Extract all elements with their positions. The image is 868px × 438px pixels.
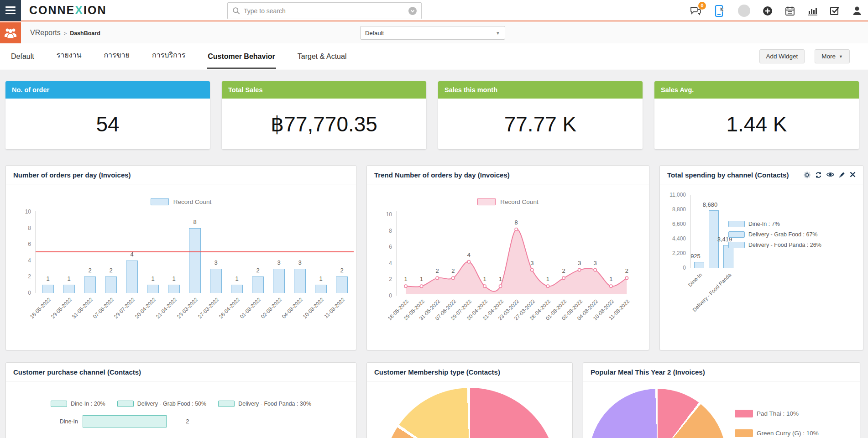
widget-membership-pie: Customer Membership type (Contacts) [366,362,573,438]
bar-record-count[interactable] [252,276,264,293]
bar-record-count[interactable] [42,285,54,293]
breadcrumb-app[interactable]: VReports [30,29,61,37]
bar-spending[interactable] [723,245,733,268]
search-scope-icon[interactable] [408,7,417,15]
breadcrumb-separator: > [64,31,67,36]
y-axis-tick: 0 [665,265,686,271]
dashboard-selector[interactable]: Default ▼ [360,26,505,40]
data-point-marker[interactable] [531,268,533,271]
tasks-icon[interactable] [830,6,840,16]
kpi-sales-this-month: Sales this month 77.77 K [438,81,643,149]
bar-record-count[interactable] [210,269,222,293]
legend-item[interactable]: Delivery - Grab Food : 67% [728,231,821,238]
bar-value-label: 1 [228,275,246,282]
data-point-marker[interactable] [420,285,423,287]
y-axis-tick: 10 [13,209,31,215]
bar-record-count[interactable] [147,285,159,293]
bar-record-count[interactable] [336,276,348,293]
data-point-marker[interactable] [578,268,580,271]
legend-label: Delivery - Food Panda : 26% [748,242,821,248]
global-search[interactable] [227,2,422,19]
bar-record-count[interactable] [315,285,327,293]
legend-item[interactable]: Dine-In : 20% [51,401,105,407]
chart-legend[interactable]: Pad Thai : 10%Green Curry (G) : 10% [735,410,819,437]
chart-legend[interactable]: Record Count [6,198,356,205]
settings-icon[interactable] [804,172,810,178]
data-point-marker[interactable] [625,276,628,279]
pie-chart[interactable] [383,388,557,438]
bar-record-count[interactable] [83,415,167,428]
legend-item[interactable]: Delivery - Food Panda : 30% [218,401,311,407]
tab-customer-behavior[interactable]: Customer Behavior [207,52,276,69]
data-point-marker[interactable] [436,276,439,279]
bar-record-count[interactable] [105,276,117,293]
legend-item[interactable]: Green Curry (G) : 10% [735,429,819,437]
hamburger-menu-button[interactable] [0,0,21,21]
chart-legend[interactable]: Dine-In : 7%Delivery - Grab Food : 67%De… [728,221,821,248]
tab-service-th[interactable]: การบริการ [151,49,186,69]
bar-spending[interactable] [694,262,704,268]
bar-chart-plot: 024681011224118312331218-05-202229-05-20… [35,211,351,293]
bar-record-count[interactable] [273,269,285,293]
bar-record-count[interactable] [126,261,138,293]
widget-title: Customer Membership type (Contacts) [367,363,572,381]
legend-item[interactable]: Pad Thai : 10% [735,410,819,417]
y-axis-tick: 2 [374,276,392,282]
search-input[interactable] [244,7,408,15]
data-point-marker[interactable] [610,285,612,287]
avatar[interactable] [738,5,750,17]
data-point-marker[interactable] [562,276,565,279]
tab-reports-th[interactable]: รายงาน [56,49,83,69]
legend-item[interactable]: Dine-In : 7% [728,221,821,227]
bar-record-count[interactable] [189,228,201,293]
data-point-marker[interactable] [452,276,455,279]
add-icon[interactable] [763,6,773,16]
area-chart-plot: 024681011224118312331218-05-202229-05-20… [396,211,645,296]
eye-icon[interactable] [826,172,834,178]
bar-value-label: 1 [312,275,330,282]
point-value-label: 3 [530,260,533,266]
add-widget-button[interactable]: Add Widget [759,49,805,63]
legend-item[interactable]: Delivery - Food Panda : 26% [728,242,821,248]
data-point-marker[interactable] [483,285,486,287]
bar-record-count[interactable] [294,269,306,293]
bar-value-label: 2 [81,267,99,274]
legend-item[interactable]: Delivery - Grab Food : 50% [117,401,206,407]
point-value-label: 3 [578,260,581,266]
x-axis-label: 20-04-2022 [134,297,157,319]
data-point-marker[interactable] [467,261,470,263]
bar-chart-icon[interactable] [807,6,817,16]
pie-chart[interactable] [589,389,726,438]
more-button[interactable]: More▼ [815,49,850,63]
bar-record-count[interactable] [63,285,75,293]
refresh-icon[interactable] [815,172,822,178]
user-icon[interactable] [852,6,862,16]
legend-label: Delivery - Food Panda : 30% [238,401,311,407]
tab-target-actual[interactable]: Target & Actual [297,52,348,69]
edit-icon[interactable] [839,172,845,178]
calendar-icon[interactable] [785,6,795,16]
data-point-marker[interactable] [499,285,502,287]
point-value-label: 1 [420,276,423,282]
bar-record-count[interactable] [168,285,180,293]
data-point-marker[interactable] [515,228,518,230]
kpi-no-of-order: No. of order 54 [5,81,210,149]
chart-legend[interactable]: Dine-In : 20%Delivery - Grab Food : 50%D… [6,401,356,407]
tab-default[interactable]: Default [10,52,35,69]
data-point-marker[interactable] [594,268,596,271]
tab-sales-th[interactable]: การขาย [103,49,131,69]
chat-icon[interactable]: 0 [690,6,701,16]
legend-label: Delivery - Grab Food : 50% [137,401,206,407]
bar-record-count[interactable] [231,285,243,293]
bar-record-count[interactable] [84,276,96,293]
chart-legend[interactable]: Record Count [367,198,649,205]
data-point-marker[interactable] [546,285,549,287]
legend-swatch [728,221,745,227]
vreports-app-icon[interactable] [0,22,21,43]
close-icon[interactable] [850,172,856,178]
mobile-push-icon[interactable] [714,5,726,17]
data-point-marker[interactable] [404,285,407,287]
connexion-logo: CONNEXION [29,4,106,17]
y-axis-tick: 4 [13,257,31,264]
legend-label: Dine-In : 7% [748,221,780,227]
